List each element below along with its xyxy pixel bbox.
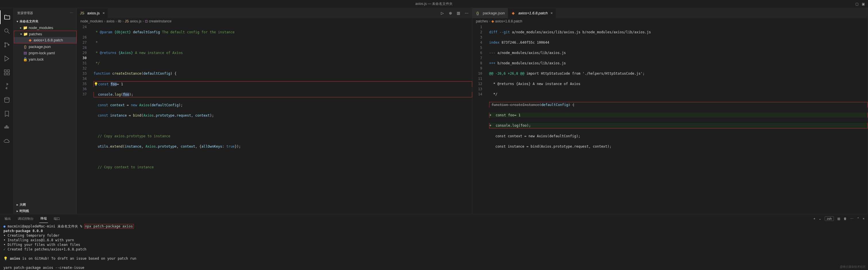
svg-point-2 (5, 46, 6, 47)
sidebar: 资源管理器 ⋯ ▾未命名文件夹 ▸📁node_modules ▾📁patches… (14, 8, 77, 214)
activity-bookmark-icon[interactable] (0, 107, 14, 121)
close-icon[interactable]: × (102, 11, 105, 15)
js-file-icon: JS (80, 11, 84, 16)
panel-tab-ports[interactable]: 端口 (53, 214, 61, 223)
json-file-icon: {} (23, 44, 28, 49)
panel-tab-terminal[interactable]: 终端 (39, 214, 48, 223)
editor-content-right[interactable]: 1 2 3 4 5 6 7 8 9 10 11 12 13 14 diff --… (472, 24, 868, 214)
code-left[interactable]: * @param {Object} defaultConfig The defa… (91, 24, 472, 214)
editor-pane-left: JS axios.js × ▷ ⊕ ▥ ⋯ node_modules› axio… (77, 8, 472, 214)
svg-rect-12 (6, 125, 7, 127)
svg-rect-10 (6, 127, 7, 128)
editor-content-left[interactable]: 24 26 27 28 29 30 31 32 33 34 35 36 37 *… (77, 24, 472, 214)
json-file-icon: {} (475, 11, 480, 16)
close-icon[interactable]: × (551, 11, 553, 15)
svg-rect-11 (7, 127, 9, 128)
activity-debug-icon[interactable] (0, 52, 14, 65)
tree-yarn-lock[interactable]: 🔒yarn.lock (14, 56, 76, 62)
sidebar-folder-root[interactable]: ▾未命名文件夹 (14, 18, 76, 24)
tree-patch-file[interactable]: ◆axios+1.6.8.patch (14, 37, 76, 43)
yaml-file-icon: ▤ (23, 51, 28, 55)
patch-file-icon: ◆ (511, 11, 516, 16)
svg-rect-5 (7, 70, 9, 72)
gutter-right: 1 2 3 4 5 6 7 8 9 10 11 12 13 14 (472, 24, 487, 214)
tab-package-json[interactable]: {} package.json (472, 8, 508, 18)
activity-scm-icon[interactable] (0, 38, 14, 52)
svg-point-0 (5, 29, 8, 32)
activity-explorer-icon[interactable] (0, 10, 14, 24)
tree-package-json[interactable]: {}package.json (14, 43, 76, 50)
tree-pnpm-lock[interactable]: ▤pnpm-lock.yaml (14, 50, 76, 56)
more-icon[interactable]: ⋯ (850, 217, 854, 220)
activity-remote-icon[interactable] (0, 79, 14, 93)
tree-patches[interactable]: ▾📁patches (14, 31, 76, 37)
folder-root-label: 未命名文件夹 (20, 19, 38, 24)
sidebar-outline[interactable]: ▸大纲 (14, 201, 76, 208)
tree-node-modules[interactable]: ▸📁node_modules (14, 24, 76, 31)
activity-bar (0, 8, 14, 214)
tab-axios-js[interactable]: JS axios.js × (77, 8, 108, 18)
js-file-icon: JS (125, 19, 129, 23)
sidebar-title: 资源管理器 (17, 11, 33, 15)
tab-patch-file[interactable]: ◆ axios+1.6.8.patch × (508, 8, 556, 18)
svg-rect-4 (4, 70, 6, 72)
title-bar: axios.js — 未命名文件夹 ▢ ▣ (0, 0, 868, 8)
sidebar-more-icon[interactable]: ⋯ (70, 11, 73, 15)
patch-file-icon: ◆ (491, 19, 494, 23)
split-icon[interactable]: ▥ (456, 11, 461, 15)
watermark: @稀土掘金技术社区 (840, 265, 866, 269)
close-panel-icon[interactable]: × (863, 217, 865, 220)
function-icon: ⊡ (145, 19, 148, 23)
split-terminal-icon[interactable]: ▥ (837, 217, 840, 220)
folder-icon: 📁 (23, 32, 28, 36)
code-right[interactable]: diff --git a/node_modules/axios/lib/axio… (487, 24, 868, 214)
activity-search-icon[interactable] (0, 24, 14, 38)
svg-point-1 (5, 42, 6, 44)
svg-rect-7 (7, 73, 9, 75)
gutter-left: 24 26 27 28 29 30 31 32 33 34 35 36 37 (77, 24, 91, 214)
terminal-panel: 输出 调试控制台 终端 端口 + ⌄ zsh ▥ 🗑 ⋯ ⌃ × ● macmi… (0, 214, 868, 270)
file-tree: ▸📁node_modules ▾📁patches ◆axios+1.6.8.pa… (14, 24, 76, 201)
panel-toggle-icon[interactable]: ▢ (856, 2, 859, 6)
more-icon[interactable]: ⋯ (464, 11, 469, 15)
panel-tab-output[interactable]: 输出 (3, 214, 12, 223)
lock-file-icon: 🔒 (23, 57, 28, 61)
trash-icon[interactable]: 🗑 (844, 217, 847, 220)
breadcrumbs-left[interactable]: node_modules› axios› lib› JS axios.js› ⊡… (77, 18, 472, 24)
terminal-body[interactable]: ● macmini@appledeMac-mini 未命名文件夹 % npx p… (0, 223, 868, 270)
chevron-up-icon[interactable]: ⌃ (857, 217, 859, 220)
editor-pane-right: {} package.json ◆ axios+1.6.8.patch × pa… (472, 8, 868, 214)
terminal-command-highlight: npx patch-package axios (84, 224, 134, 229)
terminal-shell-label[interactable]: zsh (825, 216, 834, 221)
new-terminal-icon[interactable]: + (813, 217, 815, 220)
run-icon[interactable]: ▷ (440, 11, 445, 15)
window-title: axios.js — 未命名文件夹 (415, 1, 453, 6)
folder-icon: 📁 (23, 25, 28, 30)
lightbulb-icon[interactable]: 💡 (94, 82, 98, 86)
sidebar-timeline[interactable]: ▸时间线 (14, 208, 76, 214)
svg-rect-6 (4, 73, 6, 75)
activity-extensions-icon[interactable] (0, 65, 14, 79)
sidebar-toggle-icon[interactable]: ▣ (862, 2, 866, 6)
svg-point-8 (5, 97, 9, 99)
panel-tab-debug-console[interactable]: 调试控制台 (17, 214, 35, 223)
compare-icon[interactable]: ⊕ (448, 11, 453, 15)
breadcrumbs-right[interactable]: patches› ◆ axios+1.6.8.patch (472, 18, 868, 24)
activity-db-icon[interactable] (0, 93, 14, 107)
activity-docker-icon[interactable] (0, 121, 14, 134)
patch-file-icon: ◆ (28, 38, 32, 42)
terminal-dropdown-icon[interactable]: ⌄ (818, 217, 821, 220)
activity-cloud-icon[interactable] (0, 134, 14, 148)
svg-rect-9 (5, 127, 6, 128)
